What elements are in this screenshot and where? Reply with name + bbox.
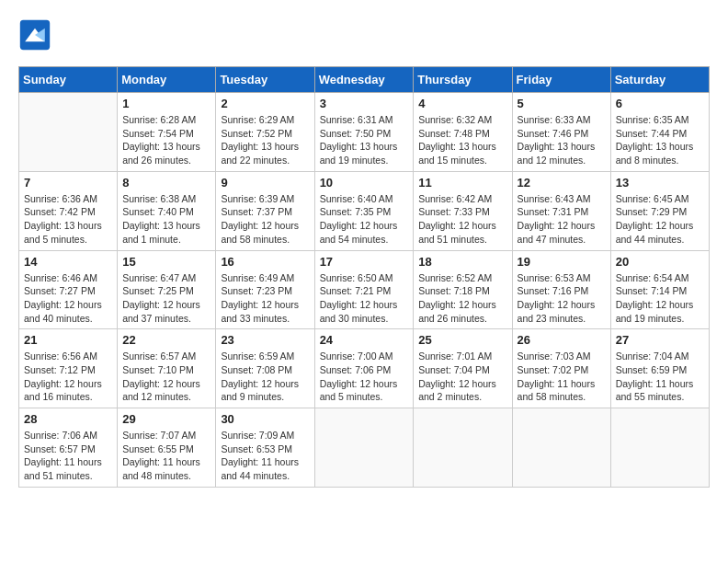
calendar-cell: 1Sunrise: 6:28 AM Sunset: 7:54 PM Daylig… <box>118 93 216 172</box>
day-detail: Sunrise: 6:28 AM Sunset: 7:54 PM Dayligh… <box>122 113 210 167</box>
calendar-cell: 19Sunrise: 6:53 AM Sunset: 7:16 PM Dayli… <box>512 250 610 329</box>
calendar-cell: 11Sunrise: 6:42 AM Sunset: 7:33 PM Dayli… <box>414 171 512 250</box>
day-number: 22 <box>122 333 210 347</box>
day-detail: Sunrise: 6:35 AM Sunset: 7:44 PM Dayligh… <box>616 113 704 167</box>
day-detail: Sunrise: 6:36 AM Sunset: 7:42 PM Dayligh… <box>24 192 112 247</box>
day-detail: Sunrise: 6:32 AM Sunset: 7:48 PM Dayligh… <box>418 113 506 167</box>
day-number: 28 <box>24 412 112 426</box>
day-detail: Sunrise: 7:00 AM Sunset: 7:06 PM Dayligh… <box>320 350 409 404</box>
calendar-cell: 22Sunrise: 6:57 AM Sunset: 7:10 PM Dayli… <box>118 329 216 408</box>
calendar-header-row: SundayMondayTuesdayWednesdayThursdayFrid… <box>19 67 710 93</box>
day-detail: Sunrise: 6:46 AM Sunset: 7:27 PM Dayligh… <box>24 271 112 326</box>
calendar-header-monday: Monday <box>118 67 216 93</box>
calendar-cell: 15Sunrise: 6:47 AM Sunset: 7:25 PM Dayli… <box>118 250 216 329</box>
day-detail: Sunrise: 6:49 AM Sunset: 7:23 PM Dayligh… <box>221 271 309 326</box>
day-detail: Sunrise: 6:56 AM Sunset: 7:12 PM Dayligh… <box>24 350 112 404</box>
day-number: 16 <box>221 255 309 269</box>
day-number: 26 <box>518 333 606 347</box>
day-number: 5 <box>518 97 606 110</box>
day-detail: Sunrise: 7:03 AM Sunset: 7:02 PM Dayligh… <box>518 350 606 404</box>
calendar-week-row: 7Sunrise: 6:36 AM Sunset: 7:42 PM Daylig… <box>19 171 710 250</box>
calendar-cell: 6Sunrise: 6:35 AM Sunset: 7:44 PM Daylig… <box>610 93 709 172</box>
calendar-header-saturday: Saturday <box>610 67 709 93</box>
calendar-cell: 17Sunrise: 6:50 AM Sunset: 7:21 PM Dayli… <box>314 250 414 329</box>
day-number: 25 <box>418 333 506 347</box>
day-detail: Sunrise: 6:29 AM Sunset: 7:52 PM Dayligh… <box>221 113 309 167</box>
day-detail: Sunrise: 6:40 AM Sunset: 7:35 PM Dayligh… <box>320 192 409 247</box>
calendar-header-wednesday: Wednesday <box>314 67 414 93</box>
day-detail: Sunrise: 6:54 AM Sunset: 7:14 PM Dayligh… <box>616 271 704 326</box>
calendar-cell: 7Sunrise: 6:36 AM Sunset: 7:42 PM Daylig… <box>19 171 118 250</box>
day-number: 27 <box>616 333 704 347</box>
calendar-cell: 12Sunrise: 6:43 AM Sunset: 7:31 PM Dayli… <box>512 171 610 250</box>
calendar-cell: 8Sunrise: 6:38 AM Sunset: 7:40 PM Daylig… <box>118 171 216 250</box>
day-number: 6 <box>616 97 704 110</box>
calendar-cell: 10Sunrise: 6:40 AM Sunset: 7:35 PM Dayli… <box>314 171 414 250</box>
day-detail: Sunrise: 7:09 AM Sunset: 6:53 PM Dayligh… <box>221 429 309 483</box>
calendar-cell: 30Sunrise: 7:09 AM Sunset: 6:53 PM Dayli… <box>216 408 314 488</box>
day-detail: Sunrise: 7:01 AM Sunset: 7:04 PM Dayligh… <box>418 350 506 404</box>
day-number: 17 <box>320 255 409 269</box>
day-number: 21 <box>24 333 112 347</box>
day-number: 18 <box>418 255 506 269</box>
calendar-cell: 2Sunrise: 6:29 AM Sunset: 7:52 PM Daylig… <box>216 93 314 172</box>
day-number: 4 <box>418 97 506 110</box>
day-detail: Sunrise: 6:57 AM Sunset: 7:10 PM Dayligh… <box>122 350 210 404</box>
day-detail: Sunrise: 7:04 AM Sunset: 6:59 PM Dayligh… <box>616 350 704 404</box>
day-detail: Sunrise: 6:38 AM Sunset: 7:40 PM Dayligh… <box>122 192 210 247</box>
day-detail: Sunrise: 6:45 AM Sunset: 7:29 PM Dayligh… <box>616 192 704 247</box>
logo-icon <box>18 18 51 52</box>
calendar-cell: 5Sunrise: 6:33 AM Sunset: 7:46 PM Daylig… <box>512 93 610 172</box>
calendar-cell <box>512 408 610 488</box>
day-number: 19 <box>518 255 606 269</box>
calendar-cell: 27Sunrise: 7:04 AM Sunset: 6:59 PM Dayli… <box>610 329 709 408</box>
day-number: 1 <box>122 97 210 110</box>
calendar-week-row: 21Sunrise: 6:56 AM Sunset: 7:12 PM Dayli… <box>19 329 710 408</box>
calendar-cell: 13Sunrise: 6:45 AM Sunset: 7:29 PM Dayli… <box>610 171 709 250</box>
calendar-week-row: 14Sunrise: 6:46 AM Sunset: 7:27 PM Dayli… <box>19 250 710 329</box>
day-detail: Sunrise: 6:42 AM Sunset: 7:33 PM Dayligh… <box>418 192 506 247</box>
day-number: 2 <box>221 97 309 110</box>
day-number: 7 <box>24 176 112 190</box>
day-number: 24 <box>320 333 409 347</box>
calendar-cell: 9Sunrise: 6:39 AM Sunset: 7:37 PM Daylig… <box>216 171 314 250</box>
day-number: 12 <box>518 176 606 190</box>
calendar-week-row: 28Sunrise: 7:06 AM Sunset: 6:57 PM Dayli… <box>19 408 710 488</box>
calendar-header-friday: Friday <box>512 67 610 93</box>
calendar-cell: 25Sunrise: 7:01 AM Sunset: 7:04 PM Dayli… <box>414 329 512 408</box>
day-number: 9 <box>221 176 309 190</box>
calendar-table: SundayMondayTuesdayWednesdayThursdayFrid… <box>18 66 710 488</box>
day-detail: Sunrise: 6:50 AM Sunset: 7:21 PM Dayligh… <box>320 271 409 326</box>
day-number: 14 <box>24 255 112 269</box>
calendar-cell: 4Sunrise: 6:32 AM Sunset: 7:48 PM Daylig… <box>414 93 512 172</box>
calendar-cell <box>19 93 118 172</box>
day-number: 29 <box>122 412 210 426</box>
page-header <box>18 18 710 52</box>
day-number: 23 <box>221 333 309 347</box>
calendar-cell: 18Sunrise: 6:52 AM Sunset: 7:18 PM Dayli… <box>414 250 512 329</box>
logo <box>18 18 55 52</box>
day-detail: Sunrise: 7:06 AM Sunset: 6:57 PM Dayligh… <box>24 429 112 483</box>
day-detail: Sunrise: 6:52 AM Sunset: 7:18 PM Dayligh… <box>418 271 506 326</box>
calendar-cell: 20Sunrise: 6:54 AM Sunset: 7:14 PM Dayli… <box>610 250 709 329</box>
calendar-cell: 28Sunrise: 7:06 AM Sunset: 6:57 PM Dayli… <box>19 408 118 488</box>
day-detail: Sunrise: 6:47 AM Sunset: 7:25 PM Dayligh… <box>122 271 210 326</box>
calendar-header-tuesday: Tuesday <box>216 67 314 93</box>
day-detail: Sunrise: 6:31 AM Sunset: 7:50 PM Dayligh… <box>320 113 409 167</box>
calendar-header-thursday: Thursday <box>414 67 512 93</box>
day-detail: Sunrise: 6:59 AM Sunset: 7:08 PM Dayligh… <box>221 350 309 404</box>
calendar-header-sunday: Sunday <box>19 67 118 93</box>
day-detail: Sunrise: 6:33 AM Sunset: 7:46 PM Dayligh… <box>518 113 606 167</box>
day-number: 10 <box>320 176 409 190</box>
calendar-cell: 29Sunrise: 7:07 AM Sunset: 6:55 PM Dayli… <box>118 408 216 488</box>
day-detail: Sunrise: 6:39 AM Sunset: 7:37 PM Dayligh… <box>221 192 309 247</box>
day-number: 20 <box>616 255 704 269</box>
day-number: 11 <box>418 176 506 190</box>
day-number: 15 <box>122 255 210 269</box>
day-detail: Sunrise: 7:07 AM Sunset: 6:55 PM Dayligh… <box>122 429 210 483</box>
day-number: 3 <box>320 97 409 110</box>
calendar-cell: 24Sunrise: 7:00 AM Sunset: 7:06 PM Dayli… <box>314 329 414 408</box>
day-detail: Sunrise: 6:43 AM Sunset: 7:31 PM Dayligh… <box>518 192 606 247</box>
calendar-cell: 21Sunrise: 6:56 AM Sunset: 7:12 PM Dayli… <box>19 329 118 408</box>
day-detail: Sunrise: 6:53 AM Sunset: 7:16 PM Dayligh… <box>518 271 606 326</box>
